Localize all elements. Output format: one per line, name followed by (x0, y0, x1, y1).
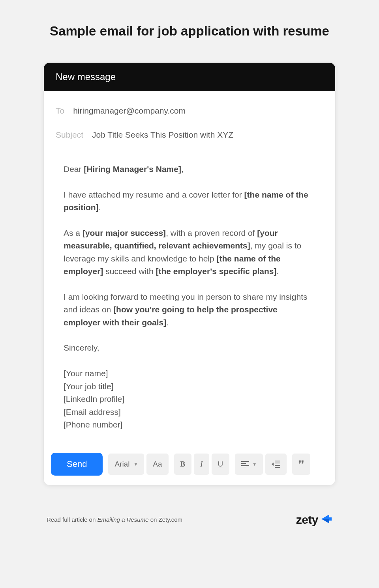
signature-block: [Your name] [Your job title] [LinkedIn p… (64, 367, 315, 431)
p1-text: I have attached my resume and a cover le… (64, 190, 244, 199)
footer-post: on Zety.com (148, 516, 182, 523)
align-left-icon (241, 461, 249, 467)
sig-title: [Your job title] (64, 382, 113, 391)
paragraph-1: I have attached my resume and a cover le… (64, 189, 315, 214)
quote-icon: ❜❜ (298, 459, 304, 469)
greeting-placeholder: [Hiring Manager's Name] (84, 164, 181, 174)
subject-field-row[interactable]: Subject Job Title Seeks This Position wi… (56, 122, 323, 146)
align-group: ▼ (235, 454, 287, 475)
p3-t2: . (166, 318, 169, 327)
subject-value: Job Title Seeks This Position with XYZ (92, 130, 233, 140)
bold-button[interactable]: B (174, 454, 192, 475)
underline-button[interactable]: U (212, 454, 230, 475)
greeting-line: Dear [Hiring Manager's Name], (64, 163, 315, 176)
footer: Read full article on Emailing a Resume o… (43, 513, 336, 526)
to-value: hiringmanager@company.com (73, 106, 186, 116)
to-field-row[interactable]: To hiringmanager@company.com (56, 98, 323, 122)
zety-logo: zety (296, 513, 332, 526)
compose-window: New message To hiringmanager@company.com… (43, 62, 336, 485)
p2-ph4: [the employer's specific plans] (156, 267, 276, 276)
p2-t5: . (277, 267, 279, 276)
caret-down-icon: ▼ (252, 462, 257, 467)
footer-article-name: Emailing a Resume (97, 516, 148, 523)
formatting-toolbar: Send Arial ▼ Aa B I U ▼ (44, 447, 335, 485)
to-label: To (56, 106, 64, 116)
subject-label: Subject (56, 130, 83, 140)
p2-t2: , with a proven record of (166, 228, 257, 237)
caret-down-icon: ▼ (133, 462, 138, 467)
style-group: B I U (174, 454, 230, 475)
font-family-button[interactable]: Arial ▼ (108, 454, 144, 475)
outdent-button[interactable] (265, 454, 287, 475)
sig-phone: [Phone number] (64, 420, 122, 429)
blockquote-button[interactable]: ❜❜ (292, 454, 310, 475)
sig-linkedin: [LinkedIn profile] (64, 394, 124, 403)
italic-button[interactable]: I (194, 454, 209, 475)
align-button[interactable]: ▼ (235, 454, 263, 475)
p2-ph1: [your major success] (83, 228, 166, 237)
logo-text: zety (296, 513, 318, 526)
paragraph-3: I am looking forward to meeting you in p… (64, 291, 315, 329)
p2-t1: As a (64, 228, 83, 237)
greeting-pre: Dear (64, 164, 84, 174)
font-size-button[interactable]: Aa (146, 454, 168, 475)
p1-post: . (99, 203, 101, 212)
greeting-post: , (181, 164, 184, 174)
p2-t4: succeed with (103, 267, 156, 276)
paragraph-2: As a [your major success], with a proven… (64, 227, 315, 278)
footer-text: Read full article on Emailing a Resume o… (47, 516, 182, 523)
logo-arrow-icon (321, 513, 332, 526)
quote-group: ❜❜ (292, 454, 310, 475)
sig-name: [Your name] (64, 369, 108, 378)
page-title: Sample email for job application with re… (0, 24, 379, 39)
closing: Sincerely, (64, 342, 315, 355)
email-body[interactable]: Dear [Hiring Manager's Name], I have att… (44, 146, 335, 447)
sig-email: [Email address] (64, 407, 121, 416)
compose-header: New message (44, 63, 335, 91)
outdent-icon (272, 461, 280, 468)
footer-pre: Read full article on (47, 516, 97, 523)
send-button[interactable]: Send (51, 453, 103, 476)
font-family-label: Arial (114, 460, 129, 469)
font-group: Arial ▼ Aa (108, 454, 168, 475)
header-fields: To hiringmanager@company.com Subject Job… (44, 91, 335, 146)
